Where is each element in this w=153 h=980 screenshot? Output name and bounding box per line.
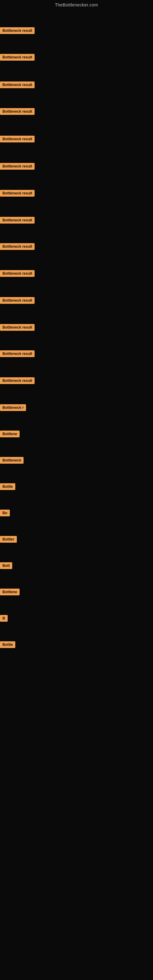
bottleneck-badge-wrapper: Bottlene (0, 431, 19, 439)
bottleneck-badge[interactable]: Bottleneck result (0, 136, 35, 142)
site-title: TheBottlenecker.com (0, 0, 153, 10)
bottleneck-badge-wrapper: Bottleneck result (0, 163, 35, 171)
bottleneck-badge[interactable]: Bottlene (0, 589, 19, 595)
bottleneck-badge-wrapper: Bottleneck result (0, 217, 35, 225)
bottleneck-badge[interactable]: Bottleneck result (0, 270, 35, 277)
bottleneck-badge[interactable]: Bottleneck result (0, 324, 35, 331)
bottleneck-badge-wrapper: Bottleneck result (0, 350, 35, 358)
bottleneck-badge-wrapper: Bottleneck result (0, 27, 35, 35)
bottleneck-badge-wrapper: Bottleneck (0, 457, 24, 465)
bottleneck-badge-wrapper: Bo (0, 510, 10, 517)
bottleneck-badge[interactable]: Bottleneck result (0, 243, 35, 250)
bottleneck-badge[interactable]: Bottleneck result (0, 377, 35, 384)
bottleneck-badge-wrapper: Bottleneck result (0, 297, 35, 305)
bottleneck-badge[interactable]: Bottleneck result (0, 54, 35, 60)
bottleneck-badge-wrapper: Bottleneck r (0, 404, 26, 412)
bottleneck-badge-wrapper: Bottleneck result (0, 136, 35, 144)
bottleneck-badge-wrapper: Bottleneck result (0, 377, 35, 385)
bottleneck-badge[interactable]: Bo (0, 510, 10, 516)
bottleneck-badge[interactable]: B (0, 615, 8, 622)
bottleneck-badge-wrapper: Bottleneck result (0, 243, 35, 251)
bottleneck-badge-wrapper: Bottleneck result (0, 54, 35, 62)
bottleneck-badge-wrapper: Bottle (0, 483, 15, 491)
bottleneck-badge[interactable]: Bott (0, 562, 12, 569)
bottleneck-badge-wrapper: Bottleneck result (0, 81, 35, 89)
bottleneck-badge[interactable]: Bottleneck result (0, 163, 35, 170)
bottleneck-badge[interactable]: Bottle (0, 483, 15, 490)
bottleneck-badge-wrapper: Bottler (0, 536, 17, 544)
bottleneck-badge-wrapper: Bottleneck result (0, 190, 35, 198)
bottleneck-badge[interactable]: Bottleneck result (0, 108, 35, 115)
bottleneck-badge[interactable]: Bottleneck result (0, 217, 35, 224)
bottleneck-badge[interactable]: Bottleneck result (0, 81, 35, 88)
bottleneck-badge-wrapper: Bott (0, 562, 12, 570)
bottleneck-badge[interactable]: Bottleneck result (0, 27, 35, 34)
bottleneck-badge[interactable]: Bottlene (0, 431, 19, 438)
bottleneck-badge[interactable]: Bottleneck result (0, 190, 35, 197)
bottleneck-badge[interactable]: Bottleneck (0, 457, 24, 464)
bottleneck-badge[interactable]: Bottleneck result (0, 350, 35, 357)
bottleneck-badge[interactable]: Bottle (0, 641, 15, 648)
bottleneck-badge-wrapper: Bottleneck result (0, 324, 35, 332)
bottleneck-badge-wrapper: Bottlene (0, 589, 19, 597)
bottleneck-badge-wrapper: Bottle (0, 641, 15, 649)
bottleneck-badge[interactable]: Bottleneck r (0, 404, 26, 411)
bottleneck-badge-wrapper: Bottleneck result (0, 270, 35, 278)
bottleneck-badge-wrapper: Bottleneck result (0, 108, 35, 116)
bottleneck-badge[interactable]: Bottler (0, 536, 17, 542)
bottleneck-badge[interactable]: Bottleneck result (0, 297, 35, 304)
bottleneck-badge-wrapper: B (0, 615, 8, 623)
